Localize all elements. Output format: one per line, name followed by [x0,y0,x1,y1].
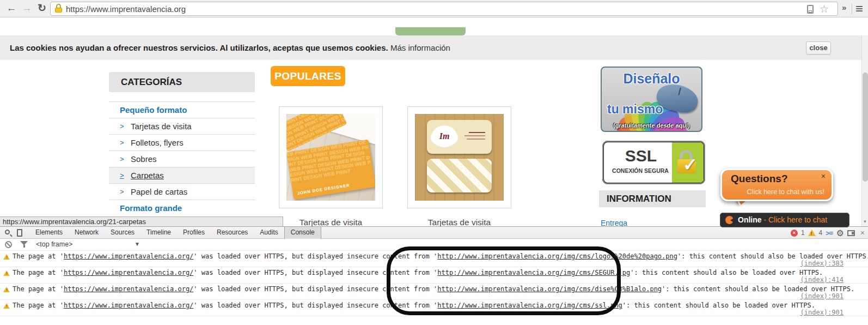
scrollbar-down-arrow[interactable]: ▼ [862,219,868,224]
console-warning-row: ! The page at 'https://www.imprentavalen… [0,267,868,284]
page-url-link[interactable]: https://www.imprentavalencia.org/ [64,302,193,309]
orange-card-art-main: EB PRINT DESIGN WEB PRINT DESIGN WEB PRI… [286,140,375,200]
dock-side-icon[interactable] [847,230,855,236]
search-icon[interactable] [5,230,10,234]
menu-hamburger-icon[interactable]: ≡ [855,1,863,16]
warning-count: 4 [819,229,823,237]
url-text[interactable]: https://www.imprentavalencia.org [66,4,186,14]
tab-elements[interactable]: Elements [29,227,69,239]
console-filter-bar: <top frame> ▼ [0,239,868,251]
product-card-1[interactable]: EB PRINT DESIGN WEB PRINT DESIGN WEB PRI… [279,106,383,208]
devtools-panel: Elements Network Sources Timeline Profil… [0,226,868,325]
device-icon[interactable] [807,5,814,14]
source-line-link[interactable]: (index):901 [800,292,843,300]
source-line-link[interactable]: (index):901 [800,309,843,316]
tab-timeline[interactable]: Timeline [140,227,177,239]
sidebar-item-pequeno-formato[interactable]: Pequeño formato [109,101,255,118]
page-url-link[interactable]: https://www.imprentavalencia.org/ [64,252,193,260]
frame-selector[interactable]: <top frame> [36,240,72,248]
sidebar-item-papel-de-cartas[interactable]: >Papel de cartas [109,183,255,200]
banner-subtitle: tu mismo [607,102,663,117]
resource-url-link[interactable]: http://www.imprentavalencia.org/img/cms/… [437,252,677,260]
bookmark-star-icon[interactable]: ☆ [820,3,829,15]
browser-window: ← → ↻ https://www.imprentavalencia.org ☆… [0,0,868,325]
error-badge-icon[interactable]: × [791,230,798,237]
reload-icon[interactable]: ↻ [35,1,49,15]
forward-icon[interactable]: → [20,1,34,15]
warning-icon: ! [3,254,10,260]
resource-url-link[interactable]: http://www.imprentavalencia.org/img/cms/… [437,302,622,309]
browser-toolbar: ← → ↻ https://www.imprentavalencia.org ☆… [0,0,868,17]
chevron-right-icon: > [120,118,124,135]
chat-online-bar[interactable]: Online - Click here to chat [720,213,849,227]
sidebar-item-folletos-flyers[interactable]: >Folletos, flyers [109,134,255,151]
warning-badge-icon[interactable]: ! [808,230,816,236]
design-it-yourself-banner[interactable]: Diseñalo tu mismo (gratuitamente desde a… [601,67,702,132]
frame-selector-caret-icon[interactable]: ▼ [135,241,140,247]
devtools-close-icon[interactable]: × [860,228,865,237]
cookie-close-button[interactable]: close [806,41,831,55]
filter-funnel-icon[interactable] [20,241,28,248]
resource-url-link[interactable]: http://www.imprentavalencia.org/img/cms/… [437,269,630,276]
gear-icon[interactable]: ⚙ [836,228,843,238]
product-image-cream-cards: Im [415,114,504,201]
chat-close-icon[interactable]: × [821,172,826,180]
chat-bubble-title: Questions? [731,173,788,185]
ssl-badge[interactable]: SSL CONEXIÓN SEGURA ✓ [602,141,705,184]
tab-console[interactable]: Console [284,227,321,239]
url-bar[interactable]: https://www.imprentavalencia.org ☆ [50,2,838,16]
warning-icon: ! [3,270,10,276]
devtools-toolbar: Elements Network Sources Timeline Profil… [0,227,868,239]
banner-title: Diseñalo [602,71,701,87]
tab-sources[interactable]: Sources [105,227,140,239]
back-icon[interactable]: ← [4,1,19,15]
cookie-message-bold: Las cookies nos ayudan a ofrecer nuestro… [10,43,388,52]
sidebar-item-sobres[interactable]: >Sobres [109,151,255,167]
categories-header: CATEGORÍAS [109,72,255,92]
device-mode-icon[interactable] [17,229,22,237]
sidebar-item-carpetas[interactable]: >Carpetas [109,167,255,183]
ssl-title: SSL [614,147,668,165]
chat-logo-icon [725,216,733,224]
error-count: 1 [801,229,805,237]
cookie-more-info-link[interactable]: Más información [390,43,450,52]
page-scrollbar[interactable] [861,35,868,226]
cookie-message: Las cookies nos ayudan a ofrecer nuestro… [10,43,450,52]
cookie-bar: Las cookies nos ayudan a ofrecer nuestro… [0,35,868,60]
sidebar-item-tarjetas-de-visita[interactable]: >Tarjetas de visita [109,118,255,134]
populares-badge: POPULARES [271,66,345,86]
ssl-subtitle: CONEXIÓN SEGURA [605,167,676,174]
tab-resources[interactable]: Resources [211,227,254,239]
monogram-cloud: Im [432,125,457,147]
source-line-link[interactable]: (index):383 [800,260,843,267]
resource-url-link[interactable]: http://www.imprentavalencia.org/img/cms/… [437,285,662,293]
padlock-warning-icon [55,6,62,13]
overflow-extensions-icon[interactable]: » [842,3,846,12]
scrollbar-thumb[interactable] [863,73,868,182]
categories-list: Pequeño formato >Tarjetas de visita >Fol… [109,101,255,216]
warning-icon: ! [3,303,10,309]
chat-bubble[interactable]: Questions? × Click here to chat with us! [720,168,833,201]
page-url-link[interactable]: https://www.imprentavalencia.org/ [64,269,193,276]
console-warning-row: ! The page at 'https://www.imprentavalen… [0,300,868,316]
console-warning-row: ! The page at 'https://www.imprentavalen… [0,251,868,267]
chevron-right-icon: > [120,167,124,184]
tab-network[interactable]: Network [69,227,105,239]
chevron-right-icon: > [120,184,124,200]
tab-profiles[interactable]: Profiles [177,227,211,239]
chat-online-text: Online - Click here to chat [738,215,827,224]
product-card-2[interactable]: Im [407,106,511,208]
green-menu-tab [395,27,466,35]
check-icon: ✓ [683,154,698,175]
sidebar-item-formato-grande[interactable]: Formato grande [109,200,255,216]
console-empty-row [0,316,868,323]
console-drawer-icon[interactable]: >≡ [826,229,833,237]
source-line-link[interactable]: (index):414 [800,276,843,284]
page-url-link[interactable]: https://www.imprentavalencia.org/ [64,285,193,293]
banner-caption: (gratuitamente desde aquí) [602,122,701,129]
card-designer-text: JOHN DOE DESIGNER [297,183,350,196]
tab-audits[interactable]: Audits [254,227,284,239]
chevron-right-icon: > [120,135,124,151]
clear-console-icon[interactable] [5,241,12,248]
devtools-tabs: Elements Network Sources Timeline Profil… [29,227,321,239]
